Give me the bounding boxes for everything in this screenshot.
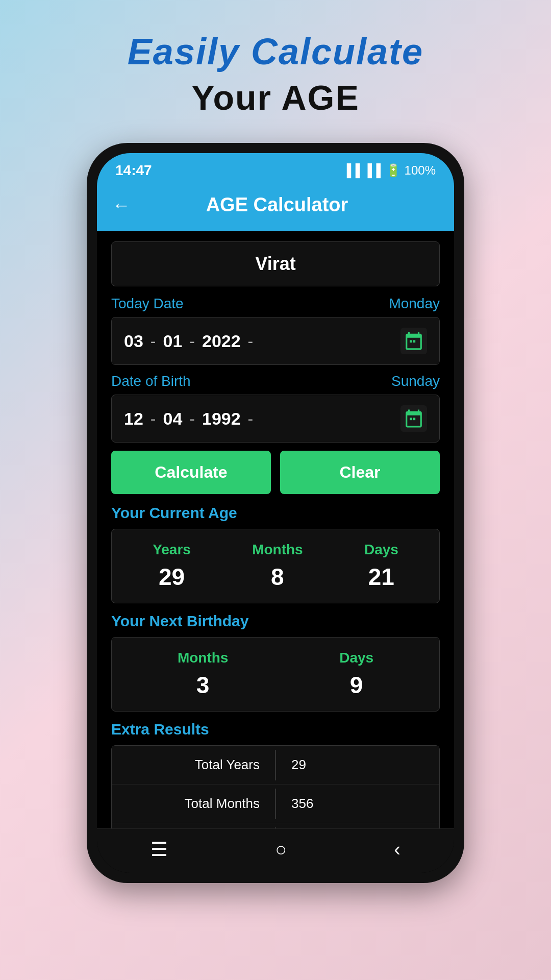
name-value: Virat [255,253,295,274]
extra-row: Total Years 29 [112,746,439,785]
dob-yyyy: 1992 [202,409,241,429]
page-title-1: Easily Calculate [128,31,423,72]
svg-rect-0 [410,340,412,342]
back-nav-icon[interactable]: ‹ [394,839,400,861]
bday-days-label: Days [339,650,373,666]
signal-icon: ▐▐ ▐▐ [342,163,381,178]
next-birthday-box: Months 3 Days 9 [111,637,440,712]
current-age-title: Your Current Age [111,504,440,522]
current-age-row: Years 29 Months 8 Days 21 [122,542,429,591]
months-value: 8 [271,563,284,591]
extra-results-title: Extra Results [111,721,440,738]
years-col: Years 29 [153,542,191,591]
days-value: 21 [368,563,394,591]
next-birthday-title: Your Next Birthday [111,612,440,630]
battery-icon: 🔋 100% [386,163,436,178]
current-age-box: Years 29 Months 8 Days 21 [111,529,440,603]
svg-rect-3 [413,418,415,420]
home-icon[interactable]: ○ [275,839,287,861]
page-title-2: Your AGE [191,78,360,117]
calculate-button[interactable]: Calculate [111,451,271,494]
menu-icon[interactable]: ☰ [151,838,168,861]
status-icons: ▐▐ ▐▐ 🔋 100% [342,163,436,178]
today-yyyy: 2022 [202,331,241,351]
days-col: Days 21 [364,542,398,591]
dob-input[interactable]: 12 - 04 - 1992 - [111,395,440,443]
months-col: Months 8 [252,542,303,591]
bday-days-value: 9 [350,671,363,699]
today-dd: 03 [124,331,143,351]
back-button[interactable]: ← [112,194,131,216]
today-sep3: - [248,332,254,351]
today-date-input[interactable]: 03 - 01 - 2022 - [111,317,440,365]
extra-key: Total Months [112,785,275,823]
name-input-box[interactable]: Virat [111,241,440,286]
extra-key: Total Years [112,746,275,784]
today-sep2: - [189,332,195,351]
svg-rect-1 [413,340,415,342]
app-bar: ← AGE Calculator [97,184,454,231]
extra-value: 29 [276,746,439,784]
dob-calendar-icon[interactable] [400,405,427,432]
dob-sep2: - [189,409,195,428]
phone-screen: 14:47 ▐▐ ▐▐ 🔋 100% ← AGE Calculator Vira… [97,153,454,873]
dob-mm: 04 [163,409,182,429]
phone-frame: 14:47 ▐▐ ▐▐ 🔋 100% ← AGE Calculator Vira… [87,143,464,883]
status-time: 14:47 [115,162,152,179]
months-label: Months [252,542,303,558]
today-date-label-row: Today Date Monday [111,296,440,312]
today-mm: 01 [163,331,182,351]
years-value: 29 [159,563,185,591]
bday-days-col: Days 9 [339,650,373,699]
years-label: Years [153,542,191,558]
bday-months-col: Months 3 [178,650,229,699]
extra-key: Total Weeks [112,823,275,828]
extra-value: 1549 [276,823,439,828]
bday-months-label: Months [178,650,229,666]
svg-rect-2 [410,418,412,420]
extra-results-box: Total Years 29 Total Months 356 Total We… [111,745,440,828]
app-title: AGE Calculator [146,194,408,216]
dob-label-row: Date of Birth Sunday [111,373,440,389]
dob-day: Sunday [391,373,440,389]
status-bar: 14:47 ▐▐ ▐▐ 🔋 100% [97,153,454,184]
dob-sep3: - [248,409,254,428]
dob-dd: 12 [124,409,143,429]
dob-label: Date of Birth [111,373,191,389]
today-date-label: Today Date [111,296,184,312]
clear-button[interactable]: Clear [280,451,440,494]
today-calendar-icon[interactable] [400,328,427,354]
extra-row: Total Weeks 1549 [112,823,439,828]
today-sep1: - [151,332,156,351]
content-area: Virat Today Date Monday 03 - 01 - 2022 - [97,231,454,828]
next-birthday-row: Months 3 Days 9 [122,650,429,699]
bottom-nav: ☰ ○ ‹ [97,828,454,873]
days-label: Days [364,542,398,558]
extra-value: 356 [276,785,439,823]
action-buttons: Calculate Clear [111,451,440,494]
dob-sep1: - [151,409,156,428]
today-date-day: Monday [389,296,440,312]
extra-row: Total Months 356 [112,785,439,823]
bday-months-value: 3 [196,671,210,699]
